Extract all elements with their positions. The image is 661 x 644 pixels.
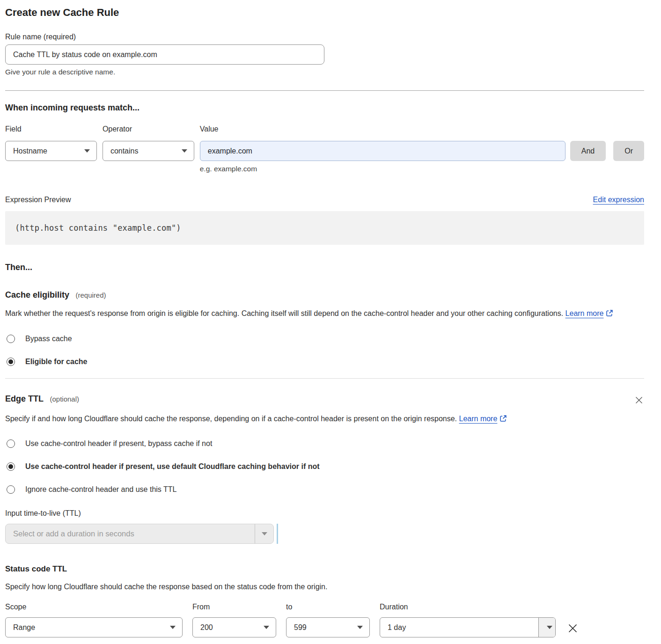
edge-ttl-description: Specify if and how long Cloudflare shoul…: [5, 412, 520, 425]
remove-icon: [567, 623, 578, 634]
or-button[interactable]: Or: [613, 141, 644, 161]
learn-more-link[interactable]: Learn more: [459, 415, 498, 423]
from-select[interactable]: 200: [192, 617, 276, 637]
cache-eligibility-description: Mark whether the request's response from…: [5, 307, 632, 320]
operator-select-value: contains: [110, 147, 139, 155]
edge-ttl-header: Edge TTL (optional): [5, 394, 644, 407]
from-label: From: [192, 603, 276, 611]
to-label: to: [286, 603, 370, 611]
field-select-value: Hostname: [13, 147, 47, 155]
radio-icon[interactable]: [7, 358, 15, 366]
chevron-down-icon: [547, 626, 552, 629]
then-heading: Then...: [5, 263, 644, 272]
scope-label: Scope: [5, 603, 183, 611]
radio-label: Use cache-control header if present, byp…: [25, 439, 212, 448]
edge-ttl-description-text: Specify if and how long Cloudflare shoul…: [5, 415, 457, 423]
external-link-icon: [499, 415, 507, 422]
radio-bypass-cache[interactable]: Bypass cache: [5, 335, 644, 343]
close-icon: [635, 396, 643, 404]
learn-more-link[interactable]: Learn more: [566, 309, 604, 317]
chevron-down-icon: [84, 149, 90, 153]
cache-eligibility-header: Cache eligibility (required): [5, 290, 644, 300]
create-cache-rule-form: Create new Cache Rule Rule name (require…: [0, 0, 661, 637]
value-help: e.g. example.com: [200, 165, 566, 173]
rule-name-label: Rule name (required): [5, 33, 644, 41]
radio-icon[interactable]: [7, 485, 15, 494]
rule-name-input[interactable]: [5, 44, 324, 65]
edge-ttl-heading: Edge TTL: [5, 394, 44, 403]
chevron-down-icon: [262, 532, 267, 535]
expression-preview-label: Expression Preview: [5, 196, 71, 204]
ttl-duration-placeholder: Select or add a duration in seconds: [6, 524, 255, 543]
radio-icon[interactable]: [7, 335, 15, 343]
field-label: Field: [5, 125, 97, 133]
remove-status-code-row-button[interactable]: [566, 622, 579, 636]
rule-name-help: Give your rule a descriptive name.: [5, 68, 644, 76]
and-button[interactable]: And: [570, 141, 606, 161]
to-select-value: 599: [294, 623, 307, 632]
optional-badge: (optional): [50, 395, 79, 403]
radio-label: Use cache-control header if present, use…: [25, 462, 320, 471]
required-badge: (required): [76, 291, 106, 299]
section-divider: [5, 90, 644, 91]
radio-eligible-for-cache[interactable]: Eligible for cache: [5, 358, 644, 366]
chevron-down-icon: [170, 626, 176, 629]
external-link-icon: [606, 309, 613, 317]
section-divider: [5, 378, 644, 379]
duration-label: Duration: [380, 603, 556, 611]
text-cursor-bar: [277, 524, 278, 544]
ttl-input-label: Input time-to-live (TTL): [5, 509, 644, 518]
radio-label: Bypass cache: [25, 335, 72, 343]
radio-label: Eligible for cache: [25, 358, 87, 366]
ttl-duration-select[interactable]: Select or add a duration in seconds: [5, 524, 274, 544]
cache-eligibility-heading: Cache eligibility: [5, 290, 69, 300]
to-select[interactable]: 599: [286, 617, 370, 637]
value-label: Value: [200, 125, 566, 133]
ttl-duration-caret-button[interactable]: [255, 524, 273, 543]
match-row: Field Hostname Operator contains Value e…: [5, 125, 644, 173]
status-code-ttl-description: Specify how long Cloudflare should cache…: [5, 580, 644, 593]
radio-use-header-default[interactable]: Use cache-control header if present, use…: [5, 462, 644, 471]
radio-ignore-header[interactable]: Ignore cache-control header and use this…: [5, 485, 644, 494]
match-heading: When incoming requests match...: [5, 103, 644, 113]
status-code-ttl-heading: Status code TTL: [5, 564, 644, 574]
expression-code: (http.host contains "example.com"): [15, 223, 181, 233]
from-select-value: 200: [200, 623, 213, 632]
radio-label: Ignore cache-control header and use this…: [25, 485, 176, 494]
status-code-ttl-row: Scope Range From 200 to 599 Duration: [5, 603, 644, 637]
expression-header: Expression Preview Edit expression: [5, 196, 644, 204]
operator-select[interactable]: contains: [103, 141, 194, 161]
field-select[interactable]: Hostname: [5, 141, 97, 161]
chevron-down-icon: [182, 149, 187, 153]
close-edge-ttl-button[interactable]: [634, 395, 644, 407]
ttl-input-row: Select or add a duration in seconds: [5, 518, 644, 544]
expression-preview-box: (http.host contains "example.com"): [5, 211, 644, 245]
duration-select[interactable]: 1 day: [380, 617, 556, 637]
radio-use-header-bypass[interactable]: Use cache-control header if present, byp…: [5, 439, 644, 448]
scope-select[interactable]: Range: [5, 617, 183, 637]
chevron-down-icon: [357, 626, 363, 629]
duration-select-value: 1 day: [380, 618, 538, 637]
scope-select-value: Range: [13, 623, 35, 632]
cache-eligibility-description-text: Mark whether the request's response from…: [5, 309, 563, 317]
chevron-down-icon: [264, 626, 269, 629]
page-title: Create new Cache Rule: [5, 7, 644, 19]
edit-expression-link[interactable]: Edit expression: [593, 196, 644, 204]
operator-label: Operator: [103, 125, 194, 133]
duration-caret-button[interactable]: [538, 618, 555, 637]
radio-icon[interactable]: [7, 439, 15, 448]
value-input[interactable]: [200, 141, 566, 161]
radio-icon[interactable]: [7, 462, 15, 471]
